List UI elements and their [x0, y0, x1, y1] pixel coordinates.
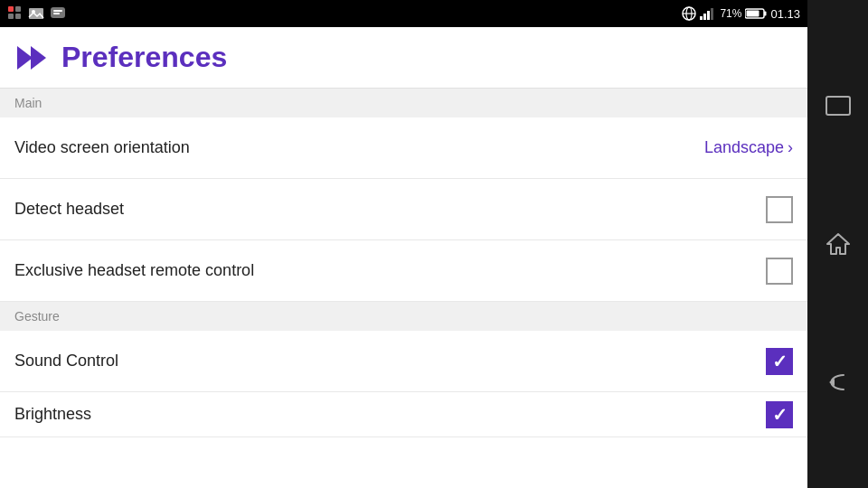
svg-rect-13	[700, 16, 703, 20]
svg-rect-22	[826, 97, 850, 115]
sound-control-item[interactable]: Sound Control	[0, 331, 807, 392]
svg-rect-14	[703, 14, 706, 20]
detect-headset-label: Detect headset	[14, 200, 124, 219]
svg-rect-2	[8, 14, 14, 19]
battery-icon	[745, 7, 767, 20]
app-logo-icon	[14, 41, 49, 75]
exclusive-headset-item[interactable]: Exclusive headset remote control	[0, 240, 807, 302]
battery-percent: 71%	[720, 7, 741, 20]
signal-icon	[700, 7, 716, 20]
video-orientation-item[interactable]: Video screen orientation Landscape ›	[0, 117, 807, 179]
svg-rect-7	[53, 10, 62, 12]
brightness-label: Brightness	[14, 405, 91, 424]
svg-rect-3	[15, 14, 21, 19]
sound-control-label: Sound Control	[14, 352, 118, 371]
back-button[interactable]	[818, 362, 858, 402]
svg-marker-21	[31, 46, 46, 70]
video-orientation-value[interactable]: Landscape ›	[704, 138, 793, 157]
status-bar-left	[7, 5, 67, 22]
svg-rect-18	[764, 12, 767, 16]
svg-rect-19	[747, 11, 760, 17]
exclusive-headset-label: Exclusive headset remote control	[14, 261, 254, 280]
svg-rect-16	[711, 8, 713, 20]
svg-rect-0	[8, 6, 14, 12]
recent-apps-icon	[826, 96, 851, 116]
page-title: Preferences	[61, 41, 227, 74]
brightness-item[interactable]: Brightness	[0, 392, 807, 437]
exclusive-headset-checkbox[interactable]	[766, 258, 793, 285]
grid-icon	[7, 5, 24, 22]
brightness-checkbox[interactable]	[766, 401, 793, 428]
back-icon	[826, 371, 851, 393]
svg-rect-1	[15, 6, 21, 12]
video-orientation-label: Video screen orientation	[14, 138, 190, 157]
svg-marker-20	[17, 46, 33, 70]
svg-rect-4	[29, 8, 43, 19]
svg-rect-15	[707, 11, 710, 20]
detect-headset-checkbox[interactable]	[766, 196, 793, 223]
sound-control-checkbox[interactable]	[766, 348, 793, 375]
chevron-right-icon: ›	[788, 138, 793, 157]
home-icon	[826, 231, 851, 257]
bbm-icon	[49, 5, 67, 22]
svg-rect-8	[53, 13, 60, 14]
globe-icon	[682, 6, 696, 21]
header: Preferences	[0, 27, 807, 89]
navigation-sidebar	[807, 0, 868, 488]
status-bar-right: 71% 01.13	[682, 6, 800, 21]
section-header-gesture: Gesture	[0, 302, 807, 331]
time-display: 01.13	[770, 7, 800, 21]
section-header-main: Main	[0, 89, 807, 117]
svg-marker-23	[827, 234, 849, 254]
status-bar: 71% 01.13	[0, 0, 807, 27]
main-content: 71% 01.13 Preferences Main Video screen …	[0, 0, 807, 488]
detect-headset-item[interactable]: Detect headset	[0, 179, 807, 240]
home-button[interactable]	[818, 224, 858, 264]
recent-apps-button[interactable]	[818, 86, 858, 126]
image-icon	[28, 5, 44, 22]
